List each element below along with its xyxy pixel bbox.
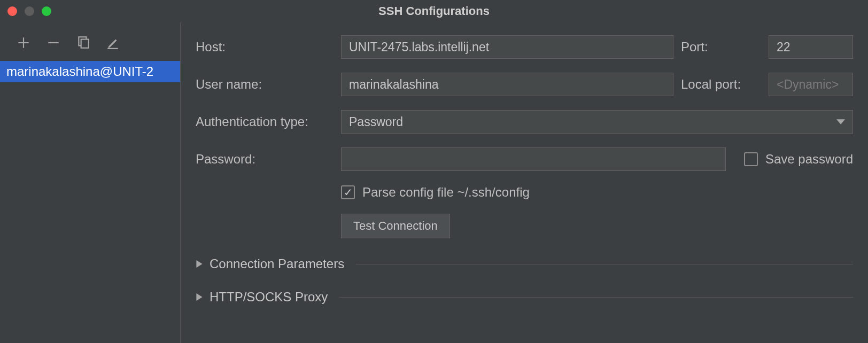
port-label: Port:: [681, 40, 761, 54]
divider: [356, 264, 853, 264]
triangle-right-icon: [196, 290, 203, 304]
form-panel: Host: Port: User name: Local port:: [181, 22, 868, 343]
host-input[interactable]: [341, 35, 673, 59]
divider: [339, 297, 853, 298]
svg-rect-3: [107, 48, 118, 49]
section-proxy-label: HTTP/SOCKS Proxy: [210, 290, 328, 305]
test-connection-label: Test Connection: [353, 219, 438, 233]
content: marinakalashina@UNIT-2 Host: Port: User …: [0, 22, 868, 343]
triangle-right-icon: [196, 257, 203, 271]
plus-icon: [17, 36, 30, 50]
copy-button[interactable]: [75, 34, 92, 51]
add-button[interactable]: [15, 34, 32, 51]
minimize-icon[interactable]: [25, 6, 34, 16]
parse-config-label: Parse config file ~/.ssh/config: [362, 185, 530, 200]
svg-rect-0: [48, 42, 59, 43]
username-label: User name:: [196, 77, 334, 92]
edit-button[interactable]: [105, 34, 122, 51]
username-input[interactable]: [341, 73, 673, 96]
password-label: Password:: [196, 152, 334, 167]
port-input[interactable]: [769, 35, 853, 59]
remove-button[interactable]: [45, 34, 62, 51]
password-input[interactable]: [341, 147, 726, 171]
minus-icon: [46, 36, 60, 50]
ssh-configurations-window: SSH Configurations: [0, 0, 868, 343]
section-connection-parameters[interactable]: Connection Parameters: [196, 256, 853, 271]
pencil-icon: [106, 36, 120, 50]
save-password-checkbox[interactable]: [744, 152, 758, 166]
host-label: Host:: [196, 40, 334, 54]
svg-rect-2: [81, 40, 89, 48]
section-http-socks-proxy[interactable]: HTTP/SOCKS Proxy: [196, 290, 853, 305]
test-connection-button[interactable]: Test Connection: [341, 214, 450, 238]
sidebar-item-ssh-config[interactable]: marinakalashina@UNIT-2: [0, 61, 180, 82]
authtype-value: Password: [349, 115, 403, 129]
sidebar-item-label: marinakalashina@UNIT-2: [6, 64, 153, 79]
copy-icon: [76, 36, 90, 50]
authtype-select[interactable]: Password: [341, 110, 853, 134]
authtype-label: Authentication type:: [196, 114, 334, 129]
window-controls: [7, 6, 51, 16]
save-password-label: Save password: [765, 152, 853, 167]
sidebar-toolbar: [0, 31, 180, 61]
sidebar: marinakalashina@UNIT-2: [0, 22, 181, 343]
section-connection-label: Connection Parameters: [210, 256, 344, 271]
chevron-down-icon: [836, 115, 845, 129]
parse-config-checkbox[interactable]: [341, 185, 355, 199]
close-icon[interactable]: [7, 6, 17, 16]
localport-input[interactable]: [769, 73, 853, 96]
window-title: SSH Configurations: [378, 4, 490, 18]
zoom-icon[interactable]: [42, 6, 51, 16]
localport-label: Local port:: [681, 77, 761, 92]
titlebar: SSH Configurations: [0, 0, 868, 22]
